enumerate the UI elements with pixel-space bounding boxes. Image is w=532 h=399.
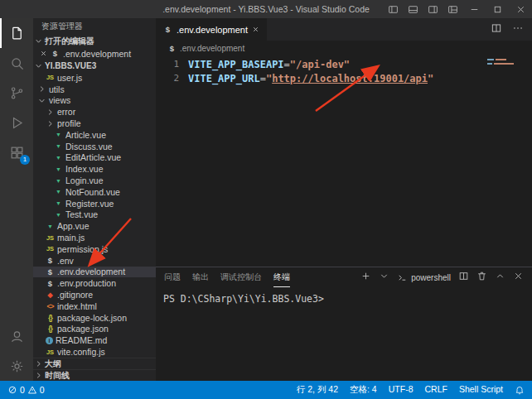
run-debug-icon[interactable] bbox=[0, 108, 33, 137]
settings-gear-icon[interactable] bbox=[0, 351, 33, 381]
code-token-operator: = bbox=[260, 73, 266, 84]
maximize-button[interactable] bbox=[486, 0, 509, 18]
tree-item-permission.js[interactable]: JSpermission.js bbox=[33, 243, 156, 255]
panel-tab-问题[interactable]: 问题 bbox=[164, 267, 181, 287]
tree-item-main.js[interactable]: JSmain.js bbox=[33, 232, 156, 243]
account-icon[interactable] bbox=[0, 321, 33, 351]
extensions-badge: 1 bbox=[20, 155, 30, 165]
chevron-right-icon bbox=[35, 372, 43, 379]
close-panel-icon[interactable] bbox=[513, 270, 524, 285]
tree-item-error[interactable]: error bbox=[33, 106, 156, 118]
tree-item-.gitignore[interactable]: ◆.gitignore bbox=[33, 289, 156, 300]
search-icon[interactable] bbox=[0, 48, 33, 78]
close-tab-icon[interactable] bbox=[252, 26, 259, 33]
tree-item-Discuss.vue[interactable]: ▼Discuss.vue bbox=[33, 141, 156, 152]
tree-item-Login.vue[interactable]: ▼Login.vue bbox=[33, 175, 156, 186]
shellscript-file-icon: $ bbox=[51, 49, 60, 58]
tree-item-label: package.json bbox=[57, 324, 109, 334]
open-editors-label: 打开的编辑器 bbox=[45, 36, 94, 47]
timeline-label: 时间线 bbox=[45, 370, 70, 382]
timeline-section[interactable]: 时间线 bbox=[33, 369, 156, 381]
tree-item-label: user.js bbox=[57, 73, 82, 83]
close-icon[interactable] bbox=[40, 50, 47, 57]
toggle-sidebar-icon[interactable] bbox=[383, 0, 403, 18]
toggle-secondary-sidebar-icon[interactable] bbox=[423, 0, 443, 18]
project-root-header[interactable]: YI.BBS.VUE3 bbox=[33, 60, 156, 72]
vue-file-icon: ▼ bbox=[54, 132, 63, 137]
tree-item-Article.vue[interactable]: ▼Article.vue bbox=[33, 129, 156, 141]
split-editor-icon[interactable] bbox=[491, 22, 502, 37]
maximize-panel-icon[interactable] bbox=[495, 270, 505, 285]
tree-item-vite.config.js[interactable]: JSvite.config.js bbox=[33, 346, 156, 358]
panel-header: 问题输出调试控制台终端 powershell bbox=[156, 267, 532, 287]
tree-item-user.js[interactable]: JSuser.js bbox=[33, 72, 156, 84]
panel-tab-终端[interactable]: 终端 bbox=[273, 267, 290, 287]
tree-item-label: error bbox=[57, 107, 75, 117]
open-editors-header[interactable]: 打开的编辑器 bbox=[33, 35, 156, 47]
project-root-label: YI.BBS.VUE3 bbox=[45, 61, 96, 70]
panel-tab-输出[interactable]: 输出 bbox=[192, 267, 209, 287]
vue-file-icon: ▼ bbox=[54, 212, 63, 218]
explorer-activity-icon[interactable] bbox=[0, 18, 33, 48]
tree-item-package-lock.json[interactable]: {}package-lock.json bbox=[33, 312, 156, 324]
open-editor-file-label: .env.development bbox=[63, 49, 131, 59]
close-window-button[interactable] bbox=[509, 0, 532, 18]
panel-tab-调试控制台[interactable]: 调试控制台 bbox=[220, 267, 262, 287]
tree-item-label: Discuss.vue bbox=[65, 142, 113, 151]
tree-item-.env.production[interactable]: $.env.production bbox=[33, 277, 156, 289]
tree-item-NotFound.vue[interactable]: ▼NotFound.vue bbox=[33, 186, 156, 198]
shell-selector[interactable]: powershell bbox=[397, 272, 451, 283]
outline-section[interactable]: 大纲 bbox=[33, 358, 156, 369]
chevron-right-icon bbox=[35, 360, 43, 368]
status-item[interactable]: UTF-8 bbox=[389, 384, 414, 396]
kill-terminal-icon[interactable] bbox=[476, 270, 487, 285]
tab-env-development[interactable]: $ .env.development bbox=[156, 18, 267, 41]
breadcrumb[interactable]: $ .env.development bbox=[156, 41, 532, 55]
tree-item-Register.vue[interactable]: ▼Register.vue bbox=[33, 198, 156, 209]
tree-item-label: Login.vue bbox=[65, 175, 104, 185]
status-item[interactable]: CRLF bbox=[424, 384, 447, 396]
minimize-button[interactable] bbox=[462, 0, 486, 18]
code-line: 1VITE_APP_BASEAPI="/api-dev" bbox=[156, 57, 532, 71]
tree-item-EditArticle.vue[interactable]: ▼EditArticle.vue bbox=[33, 152, 156, 164]
js-file-icon: JS bbox=[46, 349, 55, 356]
status-item[interactable]: 行 2, 列 42 bbox=[297, 384, 338, 396]
tree-item-label: views bbox=[49, 95, 70, 105]
vue-file-icon: ▼ bbox=[54, 143, 63, 149]
tree-item-index.html[interactable]: <>index.html bbox=[33, 300, 156, 312]
toggle-panel-icon[interactable] bbox=[403, 0, 423, 18]
code-token-variable: VITE_APP_BASEAPI bbox=[188, 59, 284, 70]
open-editor-item[interactable]: $ .env.development bbox=[33, 47, 156, 60]
tree-item-label: Article.vue bbox=[65, 130, 106, 140]
tree-item-Index.vue[interactable]: ▼Index.vue bbox=[33, 163, 156, 175]
new-terminal-icon[interactable] bbox=[360, 270, 371, 285]
explorer-sidebar: 资源管理器 打开的编辑器 $ .env.development YI.BBS.V… bbox=[33, 18, 156, 381]
error-count: 0 bbox=[20, 385, 25, 395]
tree-item-profile[interactable]: profile bbox=[33, 118, 156, 129]
extensions-icon[interactable]: 1 bbox=[0, 137, 33, 167]
tree-item-package.json[interactable]: {}package.json bbox=[33, 324, 156, 335]
env-file-icon: $ bbox=[46, 267, 55, 276]
terminal-content[interactable]: PS D:\CSharp\Yi\Yi.BBS.Vue3> bbox=[156, 287, 532, 381]
tree-item-.env.development[interactable]: $.env.development bbox=[33, 267, 156, 278]
more-actions-icon[interactable] bbox=[512, 22, 524, 37]
customize-layout-icon[interactable] bbox=[443, 0, 462, 18]
notifications-bell-icon[interactable] bbox=[515, 385, 525, 395]
status-item[interactable]: 空格: 4 bbox=[350, 384, 377, 396]
split-terminal-icon[interactable] bbox=[458, 270, 469, 285]
minimap[interactable] bbox=[487, 59, 522, 67]
chevron-down-icon[interactable] bbox=[379, 270, 389, 285]
tree-item-Test.vue[interactable]: ▼Test.vue bbox=[33, 209, 156, 221]
source-control-icon[interactable] bbox=[0, 78, 33, 108]
problems-status[interactable]: 0 0 bbox=[7, 385, 45, 395]
tree-item-App.vue[interactable]: ▼App.vue bbox=[33, 220, 156, 232]
tree-item-views[interactable]: views bbox=[33, 95, 156, 107]
line-number: 2 bbox=[156, 73, 188, 84]
vue-file-icon: ▼ bbox=[54, 178, 63, 184]
tree-item-.env[interactable]: $.env bbox=[33, 255, 156, 267]
tree-item-utils[interactable]: utils bbox=[33, 84, 156, 95]
editor-tabs: $ .env.development bbox=[156, 18, 532, 41]
code-editor[interactable]: 1VITE_APP_BASEAPI="/api-dev"2VITE_APP_UR… bbox=[156, 55, 532, 267]
tree-item-README.md[interactable]: iREADME.md bbox=[33, 334, 156, 346]
status-item[interactable]: Shell Script bbox=[459, 384, 503, 396]
